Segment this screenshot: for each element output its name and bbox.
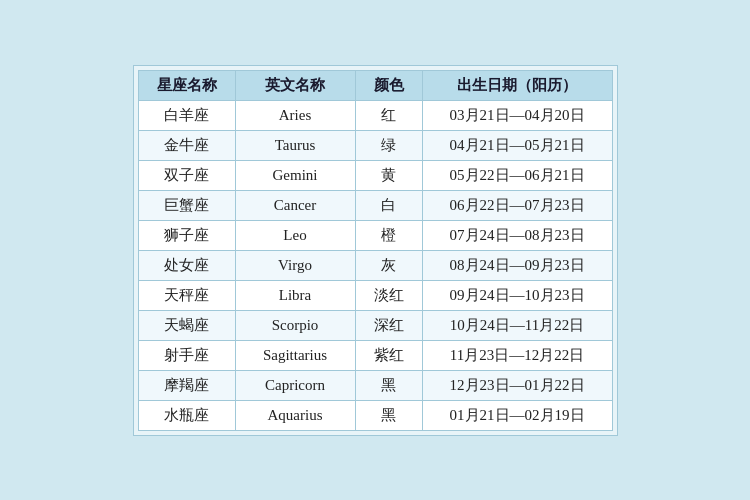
cell-color: 橙 [355,220,422,250]
cell-date: 07月24日—08月23日 [422,220,612,250]
cell-color: 绿 [355,130,422,160]
cell-zh: 天蝎座 [138,310,235,340]
table-row: 巨蟹座Cancer白06月22日—07月23日 [138,190,612,220]
header-zh: 星座名称 [138,70,235,100]
table-row: 射手座Sagittarius紫红11月23日—12月22日 [138,340,612,370]
table-body: 白羊座Aries红03月21日—04月20日金牛座Taurus绿04月21日—0… [138,100,612,430]
header-en: 英文名称 [235,70,355,100]
table-row: 狮子座Leo橙07月24日—08月23日 [138,220,612,250]
cell-en: Capricorn [235,370,355,400]
cell-en: Scorpio [235,310,355,340]
cell-zh: 天秤座 [138,280,235,310]
cell-en: Leo [235,220,355,250]
cell-date: 06月22日—07月23日 [422,190,612,220]
cell-en: Gemini [235,160,355,190]
cell-en: Sagittarius [235,340,355,370]
cell-zh: 处女座 [138,250,235,280]
cell-zh: 射手座 [138,340,235,370]
zodiac-table-container: 星座名称 英文名称 颜色 出生日期（阳历） 白羊座Aries红03月21日—04… [133,65,618,436]
cell-date: 04月21日—05月21日 [422,130,612,160]
table-row: 天秤座Libra淡红09月24日—10月23日 [138,280,612,310]
header-color: 颜色 [355,70,422,100]
table-row: 摩羯座Capricorn黑12月23日—01月22日 [138,370,612,400]
cell-color: 黑 [355,370,422,400]
header-date: 出生日期（阳历） [422,70,612,100]
cell-date: 09月24日—10月23日 [422,280,612,310]
cell-color: 红 [355,100,422,130]
table-row: 水瓶座Aquarius黑01月21日—02月19日 [138,400,612,430]
table-row: 天蝎座Scorpio深红10月24日—11月22日 [138,310,612,340]
cell-color: 黄 [355,160,422,190]
table-row: 白羊座Aries红03月21日—04月20日 [138,100,612,130]
cell-zh: 水瓶座 [138,400,235,430]
table-header-row: 星座名称 英文名称 颜色 出生日期（阳历） [138,70,612,100]
cell-date: 11月23日—12月22日 [422,340,612,370]
cell-color: 白 [355,190,422,220]
cell-date: 03月21日—04月20日 [422,100,612,130]
cell-en: Libra [235,280,355,310]
cell-color: 黑 [355,400,422,430]
cell-date: 05月22日—06月21日 [422,160,612,190]
cell-date: 10月24日—11月22日 [422,310,612,340]
cell-color: 深红 [355,310,422,340]
cell-zh: 白羊座 [138,100,235,130]
cell-date: 12月23日—01月22日 [422,370,612,400]
cell-zh: 双子座 [138,160,235,190]
cell-date: 08月24日—09月23日 [422,250,612,280]
cell-en: Cancer [235,190,355,220]
cell-color: 淡红 [355,280,422,310]
zodiac-table: 星座名称 英文名称 颜色 出生日期（阳历） 白羊座Aries红03月21日—04… [138,70,613,431]
cell-en: Aries [235,100,355,130]
table-row: 金牛座Taurus绿04月21日—05月21日 [138,130,612,160]
cell-en: Aquarius [235,400,355,430]
cell-zh: 巨蟹座 [138,190,235,220]
cell-date: 01月21日—02月19日 [422,400,612,430]
cell-en: Taurus [235,130,355,160]
cell-color: 灰 [355,250,422,280]
table-row: 双子座Gemini黄05月22日—06月21日 [138,160,612,190]
cell-color: 紫红 [355,340,422,370]
cell-zh: 摩羯座 [138,370,235,400]
cell-zh: 狮子座 [138,220,235,250]
cell-en: Virgo [235,250,355,280]
cell-zh: 金牛座 [138,130,235,160]
table-row: 处女座Virgo灰08月24日—09月23日 [138,250,612,280]
